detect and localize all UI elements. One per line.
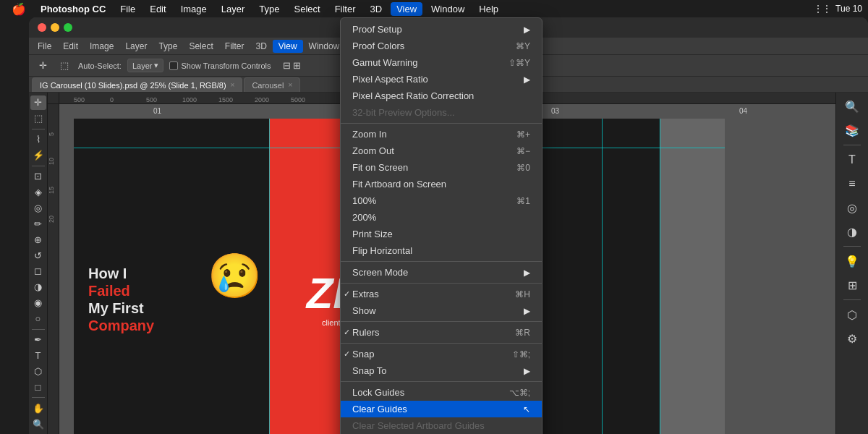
tool-text[interactable]: T [30,349,46,363]
ps-menu-select[interactable]: Select [183,40,218,53]
tab-ig-carousel[interactable]: IG Carousel (10 Slides).psd @ 25% (Slide… [32,77,242,92]
menu-item-show[interactable]: Show ▶ [341,302,542,319]
minimize-button[interactable] [51,23,59,32]
view-dropdown-menu: Proof Setup ▶ Proof Colors ⌘Y Gamut Warn… [340,17,542,434]
menubar-file[interactable]: File [114,2,141,16]
tool-blur[interactable]: ◉ [30,296,46,310]
ps-menu-window[interactable]: Window [303,40,346,53]
tool-select-rect[interactable]: ⬚ [30,111,46,126]
ps-menu-layer[interactable]: Layer [119,40,153,53]
menu-item-snap[interactable]: ✓ Snap ⇧⌘; [341,346,542,362]
tool-eraser[interactable]: ◻ [30,264,46,278]
tool-eyedropper[interactable]: ◈ [30,184,46,199]
rulers-checkmark: ✓ [344,328,350,337]
tool-heal[interactable]: ◎ [30,200,46,215]
tool-gradient[interactable]: ◑ [30,280,46,294]
menubar-window[interactable]: Window [425,2,470,16]
menu-item-zoom-in[interactable]: Zoom In ⌘+ [341,126,542,142]
rpanel-layers[interactable]: ≡ [841,173,863,195]
ps-menu-file[interactable]: File [32,40,57,53]
menu-item-flip-horizontal[interactable]: Flip Horizontal [341,242,542,259]
control-center-icon[interactable]: ⋮⋮ [814,4,831,14]
arrange-btn[interactable]: ⬚ [56,58,72,74]
close-button[interactable] [38,23,46,32]
rpanel-settings[interactable]: ⚙ [841,328,863,349]
tool-brush[interactable]: ✏ [30,216,46,231]
lock-guides-shortcut: ⌥⌘; [509,388,530,398]
proof-setup-arrow: ▶ [524,25,530,35]
menu-item-clear-guides[interactable]: Clear Guides ↖ [341,401,542,417]
menu-item-zoom-out[interactable]: Zoom Out ⌘− [341,142,542,159]
show-label: Show [352,305,376,316]
menu-item-100pct[interactable]: 100% ⌘1 [341,192,542,209]
tool-magic-wand[interactable]: ⚡ [30,148,46,163]
transform-controls-checkbox[interactable] [169,61,178,70]
toolbar-divider-3 [32,329,45,330]
menubar-edit[interactable]: Edit [144,2,171,16]
zoom-out-label: Zoom Out [352,145,394,156]
slide1-line3: My First [88,299,154,317]
rpanel-search[interactable]: 🔍 [841,95,863,117]
tool-move[interactable]: ✛ [30,95,46,110]
rpanel-grid[interactable]: ⊞ [841,274,863,296]
macos-menubar: 🍎 Photoshop CC File Edit Image Layer Typ… [0,0,868,17]
ps-menu-image[interactable]: Image [84,40,119,53]
pixel-aspect-ratio-arrow: ▶ [524,75,530,85]
apple-menu[interactable]: 🍎 [6,2,32,16]
ps-menu-edit[interactable]: Edit [57,40,84,53]
rpanel-export[interactable]: ⬡ [841,304,863,326]
tool-crop[interactable]: ⊡ [30,169,46,184]
ps-menu-3d[interactable]: 3D [250,40,272,53]
app-name[interactable]: Photoshop CC [35,2,111,16]
menu-item-pixel-aspect-correction[interactable]: Pixel Aspect Ratio Correction [341,88,542,104]
tool-pen[interactable]: ✒ [30,333,46,347]
menu-item-lock-guides[interactable]: Lock Guides ⌥⌘; [341,384,542,401]
ps-menu-filter[interactable]: Filter [219,40,250,53]
rpanel-swatches[interactable]: ◎ [841,197,863,218]
tool-clone[interactable]: ⊕ [30,232,46,247]
tool-dodge[interactable]: ○ [30,312,46,326]
menu-item-snap-to[interactable]: Snap To ▶ [341,362,542,379]
tool-history[interactable]: ↺ [30,248,46,263]
menubar-layer[interactable]: Layer [216,2,251,16]
tool-zoom[interactable]: 🔍 [30,417,46,431]
snap-shortcut: ⇧⌘; [512,349,530,359]
rpanel-libraries[interactable]: 📚 [841,119,863,141]
menu-item-print-size[interactable]: Print Size [341,226,542,242]
menu-item-fit-screen[interactable]: Fit on Screen ⌘0 [341,159,542,176]
tool-lasso[interactable]: ⌇ [30,132,46,147]
menubar-filter[interactable]: Filter [329,2,362,16]
toolbar-divider-4 [32,397,45,398]
menu-item-rulers[interactable]: ✓ Rulers ⌘R [341,324,542,341]
menubar-select[interactable]: Select [288,2,326,16]
rpanel-text[interactable]: T [841,149,863,171]
maximize-button[interactable] [64,23,72,32]
menubar-help[interactable]: Help [473,2,504,16]
rpanel-adjustments[interactable]: ◑ [841,221,863,242]
menubar-3d[interactable]: 3D [365,2,388,16]
lock-guides-label: Lock Guides [352,387,404,398]
menu-item-fit-artboard[interactable]: Fit Artboard on Screen [341,176,542,192]
menubar-image[interactable]: Image [175,2,213,16]
tool-hand[interactable]: ✋ [30,401,46,415]
ps-menu-view[interactable]: View [273,40,303,53]
menu-item-gamut-warning[interactable]: Gamut Warning ⇧⌘Y [341,54,542,71]
menubar-type[interactable]: Type [253,2,285,16]
menu-item-200pct[interactable]: 200% [341,209,542,226]
tool-shape[interactable]: □ [30,380,46,394]
tool-path[interactable]: ⬡ [30,364,46,378]
menu-item-extras[interactable]: ✓ Extras ⌘H [341,286,542,302]
menu-item-pixel-aspect-ratio[interactable]: Pixel Aspect Ratio ▶ [341,71,542,88]
layer-dropdown[interactable]: Layer ▾ [127,59,164,72]
move-tool-options[interactable]: ✛ [35,58,51,74]
ps-menu-type[interactable]: Type [153,40,183,53]
tab-carousel[interactable]: Carousel × [244,77,300,92]
tab-ig-carousel-close[interactable]: × [231,81,235,89]
menu-item-proof-setup[interactable]: Proof Setup ▶ [341,21,542,38]
tab-carousel-close[interactable]: × [288,81,292,89]
menubar-view[interactable]: View [391,2,422,16]
menu-item-proof-colors[interactable]: Proof Colors ⌘Y [341,38,542,54]
menu-item-screen-mode[interactable]: Screen Mode ▶ [341,264,542,281]
ruler-corner [48,93,59,104]
rpanel-light[interactable]: 💡 [841,250,863,272]
